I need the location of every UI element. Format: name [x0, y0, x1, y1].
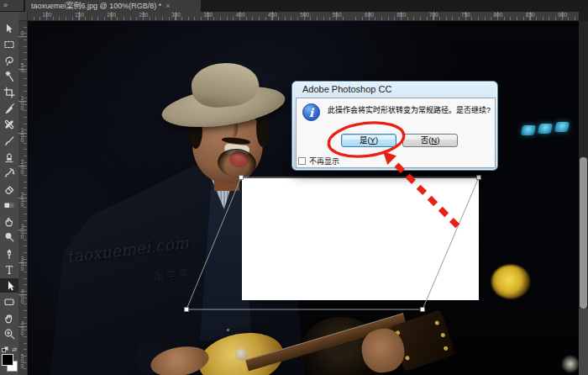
pen-tool[interactable] [3, 246, 15, 261]
type-tool[interactable]: T [3, 262, 15, 277]
toolbar-collapse-button[interactable]: » [0, 0, 24, 11]
svg-text:T: T [6, 264, 13, 276]
ruler-label: 500 [19, 353, 25, 368]
crop-tool[interactable] [3, 86, 15, 100]
ruler-label: 650 [394, 12, 409, 18]
yes-button-label: ) [375, 135, 378, 145]
ruler-label: 450 [265, 12, 280, 18]
eraser-tool[interactable] [3, 182, 15, 197]
photoshop-window: » taoxuemei案例6.jpg @ 100%(RGB/8) * × ⇄ T… [0, 0, 588, 375]
ruler-label: 300 [168, 12, 183, 18]
ruler-label: 500 [297, 12, 312, 18]
ruler-label: 750 [459, 12, 474, 18]
path-anchor[interactable] [477, 176, 481, 180]
ruler-label: 250 [19, 192, 25, 207]
ruler-label: 550 [329, 12, 344, 18]
path-anchor[interactable] [239, 176, 244, 180]
no-button-label: ) [437, 135, 439, 145]
ruler-vertical: 050100150200250300350400450500 [18, 21, 28, 375]
ruler-label: 250 [136, 12, 151, 18]
document-canvas[interactable]: taoxuemei.com 淘学美 [28, 21, 579, 375]
history-brush-tool[interactable] [3, 166, 15, 180]
smudge-tool[interactable] [3, 214, 15, 229]
path-anchor[interactable] [185, 308, 189, 312]
shape-path-overlay [28, 21, 579, 375]
no-button[interactable]: 否(N) [402, 134, 458, 147]
dialog-content: i 此操作会将实时形状转变为常规路径。是否继续? 是(Y) 否(N) 不再显示 [296, 98, 496, 168]
ruler-horizontal: 1001502002503003504004505005506006507007… [28, 12, 579, 21]
ruler-label: 800 [491, 12, 506, 18]
vertical-scrollbar[interactable] [579, 21, 588, 375]
rectangular-marquee-tool[interactable] [3, 37, 15, 51]
dodge-tool[interactable] [3, 230, 15, 245]
zoom-tool[interactable] [3, 327, 15, 341]
document-tab[interactable]: taoxuemei案例6.jpg @ 100%(RGB/8) * × [25, 0, 201, 12]
ruler-label: 200 [104, 12, 119, 18]
photoshop-warning-dialog: Adobe Photoshop CC i 此操作会将实时形状转变为常规路径。是否… [291, 81, 498, 171]
shape-tool[interactable] [3, 295, 15, 309]
dialog-title[interactable]: Adobe Photoshop CC [302, 84, 391, 94]
ruler-label: 400 [233, 12, 248, 18]
ruler-label: 350 [19, 256, 25, 271]
ruler-label: 150 [71, 12, 87, 18]
magic-wand-tool[interactable] [3, 69, 15, 83]
color-swatches: ⇄ [0, 346, 18, 375]
default-colors-icon[interactable]: ⇄ [2, 346, 17, 353]
eyedropper-tool[interactable] [3, 102, 15, 116]
lasso-tool[interactable] [3, 53, 15, 67]
tab-close-icon[interactable]: × [165, 0, 170, 12]
ruler-label: 50 [19, 62, 25, 72]
foreground-color-swatch[interactable] [2, 354, 13, 366]
ruler-corner [18, 12, 28, 21]
dont-show-again-label: 不再显示 [309, 156, 339, 166]
ruler-label: 700 [426, 12, 441, 18]
swap-colors-icon[interactable]: ⇄ [12, 346, 17, 353]
ruler-label: 100 [19, 95, 25, 110]
path-anchor[interactable] [421, 308, 425, 312]
scrollbar-lower-track[interactable] [579, 309, 588, 375]
ruler-label: 150 [19, 127, 25, 142]
ruler-label: 400 [19, 288, 25, 304]
info-icon: i [302, 103, 320, 121]
dont-show-again-checkbox[interactable] [298, 157, 306, 165]
scrollbar-thumb[interactable] [580, 157, 587, 309]
gradient-tool[interactable] [3, 198, 15, 213]
ruler-label: 100 [39, 12, 55, 18]
brush-tool[interactable] [3, 134, 15, 148]
document-tab-title: taoxuemei案例6.jpg @ 100%(RGB/8) * [31, 0, 161, 12]
ruler-label: 300 [19, 224, 25, 239]
clone-stamp-tool[interactable] [3, 150, 15, 164]
tab-bar: » taoxuemei案例6.jpg @ 100%(RGB/8) * × [0, 0, 588, 12]
path-selection-tool[interactable] [0, 278, 18, 293]
dialog-message: 此操作会将实时形状转变为常规路径。是否继续? [328, 105, 494, 115]
ruler-label: 600 [362, 12, 377, 18]
skewed-path-outline [186, 177, 479, 309]
yes-button-label: 是( [360, 135, 370, 145]
healing-brush-tool[interactable] [3, 118, 15, 132]
ruler-label: 0 [19, 30, 25, 35]
yes-button[interactable]: 是(Y) [341, 134, 396, 147]
tools-panel: ⇄ T [0, 12, 18, 375]
ruler-label: 200 [19, 159, 25, 174]
hand-tool[interactable] [3, 311, 15, 325]
ruler-label: 850 [522, 12, 538, 18]
ruler-label: 350 [201, 12, 216, 18]
move-tool[interactable] [3, 21, 15, 35]
no-button-label: 否( [421, 135, 432, 145]
ruler-label: 450 [19, 320, 25, 335]
ruler-label: 900 [555, 12, 570, 18]
